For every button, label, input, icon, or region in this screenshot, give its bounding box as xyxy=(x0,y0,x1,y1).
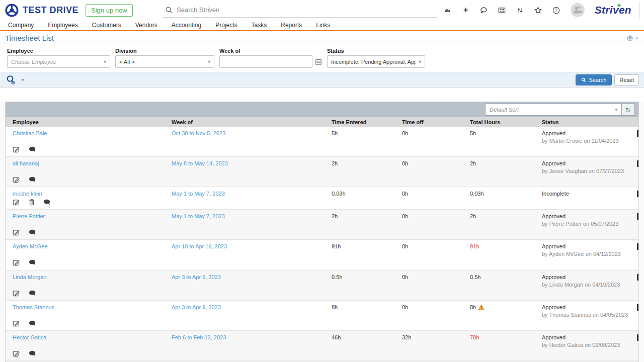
trash-icon[interactable] xyxy=(29,199,35,206)
nav-item-links[interactable]: Links xyxy=(309,22,337,29)
week-of-link[interactable]: May 8 to May 14, 2023 xyxy=(172,160,228,166)
time-off-cell: 0h xyxy=(402,191,470,197)
nav-item-projects[interactable]: Projects xyxy=(208,22,244,29)
employee-link[interactable]: Pierre Pottier xyxy=(13,213,45,219)
search-button[interactable]: Search xyxy=(576,74,612,85)
edit-icon[interactable] xyxy=(13,320,20,327)
table-row: Christian BaleOct 30 to Nov 5, 20235h0h5… xyxy=(6,127,638,157)
employee-filter-select[interactable]: Choose Employee ▾ xyxy=(7,55,110,68)
search-icon xyxy=(165,6,173,14)
column-header-total-hours[interactable]: Total Hours xyxy=(470,119,542,125)
status-filter-select[interactable]: Incomplete, Pending Approval, Approved ▾ xyxy=(327,55,425,68)
column-header-time-entered[interactable]: Time Entered xyxy=(332,119,402,125)
page-settings-button[interactable]: ▾ xyxy=(626,34,638,42)
status-text: Approved xyxy=(542,130,638,136)
employee-link[interactable]: Ayden McGee xyxy=(13,243,48,249)
employee-link[interactable]: Thomas Stannus xyxy=(13,304,54,310)
nav-item-accounting[interactable]: Accounting xyxy=(165,22,208,29)
edit-icon[interactable] xyxy=(13,146,20,153)
employee-link[interactable]: Hector Gatica xyxy=(13,334,46,340)
status-cell: Approvedby Hector Gatica on 02/08/2023 xyxy=(542,334,638,348)
week-of-link[interactable]: Feb 6 to Feb 12, 2023 xyxy=(172,334,226,340)
table-row: Ayden McGeeApr 10 to Apr 16, 202391h0h91… xyxy=(6,240,638,270)
employee-cell: Christian Bale xyxy=(13,130,172,144)
nav-item-tasks[interactable]: Tasks xyxy=(245,22,274,29)
week-of-link[interactable]: Apr 3 to Apr 9, 2023 xyxy=(172,304,221,310)
edit-icon[interactable] xyxy=(13,259,20,266)
global-search[interactable] xyxy=(163,3,437,18)
employee-link[interactable]: Christian Bale xyxy=(13,130,47,136)
total-hours-cell: 0.03h xyxy=(470,191,542,197)
employee-link[interactable]: moshe klein xyxy=(13,191,42,197)
comment-icon[interactable] xyxy=(29,259,36,266)
plus-icon[interactable]: + xyxy=(462,6,470,15)
help-icon[interactable]: ? xyxy=(552,7,560,14)
chevron-down-icon: ▾ xyxy=(208,59,210,64)
status-text: Approved xyxy=(542,334,638,340)
avatar[interactable] xyxy=(571,3,585,17)
week-of-cell: May 1 to May 7, 2023 xyxy=(172,191,332,197)
nav-item-company[interactable]: Company xyxy=(1,22,41,29)
week-of-input[interactable] xyxy=(219,55,312,68)
nav-item-reports[interactable]: Reports xyxy=(274,22,309,29)
week-of-link[interactable]: Apr 3 to Apr 9, 2023 xyxy=(172,274,221,280)
signup-button[interactable]: Sign up now xyxy=(86,4,133,17)
table-header-row: EmployeeWeek ofTime EnteredTime offTotal… xyxy=(6,117,638,127)
sort-direction-button[interactable] xyxy=(622,104,635,116)
gear-icon[interactable] xyxy=(626,34,634,42)
employee-link[interactable]: ali hasanaj xyxy=(13,160,39,166)
week-of-link[interactable]: Oct 30 to Nov 5, 2023 xyxy=(172,130,225,136)
nav-item-employees[interactable]: Employees xyxy=(41,22,85,29)
comment-icon[interactable] xyxy=(29,176,36,183)
brand-area: TEST DRIVE Sign up now xyxy=(5,4,156,17)
gauge-icon[interactable] xyxy=(444,7,452,14)
comment-icon[interactable] xyxy=(43,199,51,206)
employee-link[interactable]: Linda Morgan xyxy=(13,274,46,280)
edit-icon[interactable] xyxy=(13,229,20,236)
comment-icon[interactable] xyxy=(29,290,36,297)
calendar-icon[interactable] xyxy=(315,58,322,65)
comment-icon[interactable] xyxy=(29,350,36,357)
column-header-time-off[interactable]: Time off xyxy=(402,119,470,125)
total-hours-cell: 0.5h xyxy=(470,274,542,288)
warning-icon xyxy=(478,304,485,310)
table-row: ali hasanajMay 8 to May 14, 20232h0h2hAp… xyxy=(6,157,638,187)
calculator-icon[interactable] xyxy=(498,7,506,14)
nav-item-vendors[interactable]: Vendors xyxy=(128,22,165,29)
chevron-down-icon: ▾ xyxy=(22,77,24,82)
sort-select[interactable]: Default Sort ▾ xyxy=(485,104,622,116)
striven-logo-text: Striven xyxy=(595,4,631,16)
edit-icon[interactable] xyxy=(13,290,20,297)
employee-cell: Ayden McGee xyxy=(13,243,172,257)
column-header-week-of[interactable]: Week of xyxy=(172,119,332,125)
week-of-link[interactable]: Apr 10 to Apr 16, 2023 xyxy=(172,243,227,249)
reset-button[interactable]: Reset xyxy=(614,74,639,85)
row-edge-mark xyxy=(637,213,638,220)
edit-icon[interactable] xyxy=(13,350,20,357)
status-cell: Approvedby Linda Morgan on 04/10/2023 xyxy=(542,274,638,288)
chat-icon[interactable] xyxy=(480,7,488,14)
star-icon[interactable] xyxy=(534,7,542,14)
global-search-input[interactable] xyxy=(177,6,435,14)
edit-icon[interactable] xyxy=(13,199,20,206)
chevron-down-icon: ▾ xyxy=(635,36,638,41)
week-of-cell: Apr 10 to Apr 16, 2023 xyxy=(172,243,332,257)
sort-arrows-icon[interactable] xyxy=(516,7,524,14)
comment-icon[interactable] xyxy=(29,229,36,236)
employee-cell: ali hasanaj xyxy=(13,160,172,174)
week-of-link[interactable]: May 1 to May 7, 2023 xyxy=(172,213,225,219)
row-edge-mark xyxy=(637,274,638,281)
advanced-search-button[interactable]: ▾ xyxy=(6,75,24,85)
division-filter-select[interactable]: < All > ▾ xyxy=(115,55,214,68)
nav-item-customers[interactable]: Customers xyxy=(85,22,128,29)
comment-icon[interactable] xyxy=(29,146,36,153)
comment-icon[interactable] xyxy=(29,320,36,327)
week-of-link[interactable]: May 1 to May 7, 2023 xyxy=(172,191,225,197)
column-header-employee[interactable]: Employee xyxy=(13,119,172,125)
total-hours-cell: 5h xyxy=(470,130,542,144)
column-header-status[interactable]: Status xyxy=(542,119,638,125)
timesheet-table: Default Sort ▾ EmployeeWeek ofTime Enter… xyxy=(5,102,639,362)
division-filter-value: < All > xyxy=(119,59,135,65)
edit-icon[interactable] xyxy=(13,176,20,183)
testdrive-wheel-logo-icon xyxy=(5,4,19,17)
